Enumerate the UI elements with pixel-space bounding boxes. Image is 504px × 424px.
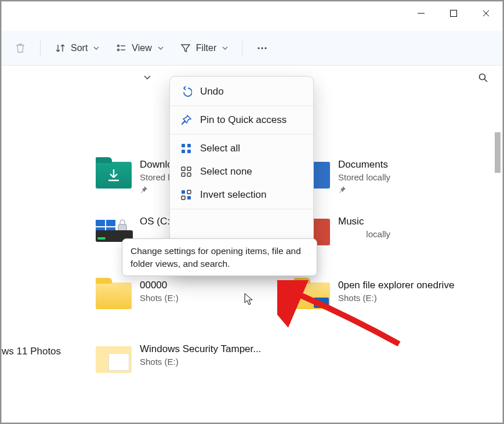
svg-point-6 <box>118 49 119 50</box>
filter-icon <box>180 42 191 54</box>
sort-icon <box>55 42 66 54</box>
minimize-button[interactable] <box>405 2 437 25</box>
svg-rect-14 <box>182 144 185 147</box>
folder-icon <box>96 158 133 190</box>
menu-item-label: Pin to Quick access <box>200 114 287 126</box>
grid-item-windows-security-tamper[interactable]: Windows Security Tamper... Shots (E:) <box>96 343 293 389</box>
sidebar-item-photos[interactable]: ws 11 Photos <box>2 346 61 357</box>
menu-item-pin-quick-access[interactable]: Pin to Quick access <box>170 108 313 132</box>
svg-rect-23 <box>187 190 191 194</box>
undo-icon <box>180 86 192 97</box>
invert-selection-icon <box>180 189 192 201</box>
svg-rect-22 <box>182 190 185 194</box>
item-subtitle: Shots (E:) <box>140 356 261 368</box>
menu-item-label: Select none <box>200 166 252 177</box>
svg-point-8 <box>258 47 260 49</box>
delete-button[interactable] <box>6 39 34 57</box>
breadcrumb-history-chevron[interactable] <box>143 74 151 84</box>
folder-icon <box>96 343 133 374</box>
toolbar-separator <box>242 40 242 56</box>
select-none-icon <box>180 166 192 177</box>
titlebar <box>2 2 502 31</box>
svg-line-12 <box>485 79 488 82</box>
more-icon <box>256 42 268 54</box>
chevron-down-icon <box>222 43 228 53</box>
item-name: Music <box>338 215 390 229</box>
svg-rect-19 <box>187 167 191 171</box>
chevron-down-icon <box>93 43 99 53</box>
pin-icon <box>338 186 390 197</box>
grid-item-00000[interactable]: 00000 Shots (E:) <box>96 279 293 325</box>
view-icon <box>115 42 127 54</box>
svg-rect-24 <box>182 196 185 200</box>
svg-rect-17 <box>187 150 191 153</box>
menu-item-label: Select all <box>200 143 240 154</box>
toolbar-separator <box>40 40 41 56</box>
svg-rect-20 <box>182 173 185 176</box>
more-button[interactable] <box>248 39 276 57</box>
item-name: 00000 <box>140 279 179 292</box>
item-name: OS (C:) <box>140 215 173 229</box>
trash-icon <box>14 42 26 54</box>
view-button[interactable]: View <box>107 39 171 57</box>
svg-point-9 <box>262 47 263 49</box>
menu-item-invert-selection[interactable]: Invert selection <box>170 183 313 206</box>
close-button[interactable] <box>470 2 502 25</box>
sidebar-item-label: ws 11 Photos <box>2 346 61 357</box>
search-icon[interactable] <box>478 73 488 85</box>
pin-icon <box>180 114 192 126</box>
item-name: Windows Security Tamper... <box>140 343 261 356</box>
svg-rect-15 <box>187 144 191 147</box>
menu-item-label: Undo <box>200 86 224 97</box>
sort-label: Sort <box>71 43 88 53</box>
file-explorer-window: Sort View Filter <box>1 1 503 423</box>
menu-separator <box>170 209 313 209</box>
menu-separator <box>170 106 313 106</box>
scrollbar-thumb[interactable] <box>495 132 501 173</box>
menu-item-select-none[interactable]: Select none <box>170 160 313 183</box>
svg-rect-1 <box>451 10 457 17</box>
chevron-down-icon <box>158 43 164 53</box>
toolbar: Sort View Filter <box>2 31 502 66</box>
maximize-button[interactable] <box>437 2 470 25</box>
svg-rect-21 <box>187 173 191 176</box>
item-name: Documents <box>338 158 390 172</box>
item-subtitle: Shots (E:) <box>140 292 179 304</box>
svg-rect-25 <box>187 196 191 200</box>
grid-item-open-file-explorer-onedrive[interactable]: 0pen file explorer onedrive Shots (E:) <box>294 279 491 325</box>
item-subtitle: Shots (E:) <box>338 292 454 304</box>
item-subtitle: Stored locally <box>338 172 390 183</box>
menu-item-select-all[interactable]: Select all <box>170 137 313 160</box>
folder-icon <box>96 279 133 310</box>
filter-label: Filter <box>196 43 217 53</box>
menu-item-undo[interactable]: Undo <box>170 80 313 103</box>
menu-item-label: Invert selection <box>200 189 266 201</box>
select-all-icon <box>180 143 192 154</box>
view-label: View <box>132 43 151 53</box>
svg-point-4 <box>118 45 119 46</box>
svg-point-11 <box>480 74 485 80</box>
item-name: 0pen file explorer onedrive <box>338 279 454 292</box>
svg-rect-18 <box>182 167 185 171</box>
filter-button[interactable]: Filter <box>172 39 237 57</box>
item-subtitle: Stored locally <box>338 229 390 240</box>
tooltip-options: Change settings for opening items, file … <box>122 238 317 276</box>
svg-rect-16 <box>182 150 185 153</box>
sort-button[interactable]: Sort <box>46 39 107 57</box>
tooltip-text: Change settings for opening items, file … <box>130 246 301 269</box>
svg-point-10 <box>265 47 267 49</box>
grid-item-music[interactable]: Music Stored locally <box>294 215 491 262</box>
folder-icon <box>294 279 331 310</box>
grid-item-documents[interactable]: Documents Stored locally <box>294 158 491 205</box>
menu-separator <box>170 134 313 135</box>
